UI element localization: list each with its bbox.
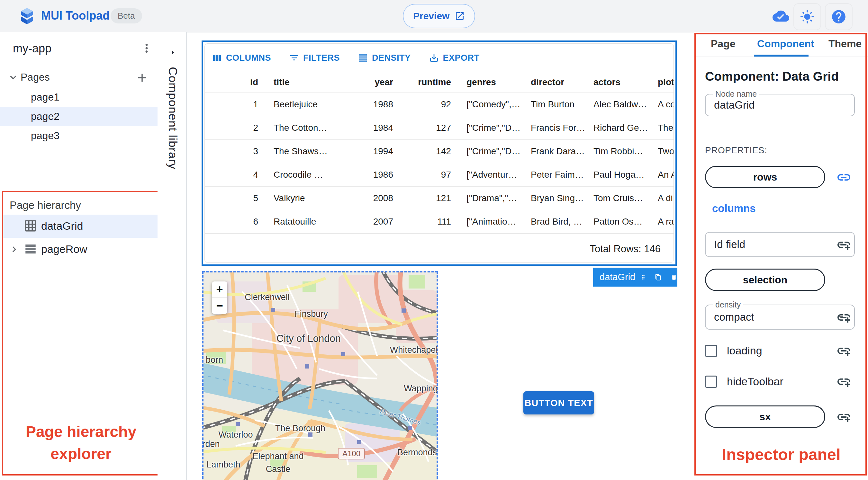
grid-row[interactable]: 2The Cotton…1984127["Crime","D…Francis F…: [205, 116, 674, 140]
canvas-button-component[interactable]: BUTTON TEXT: [523, 391, 594, 414]
grid-cell-title[interactable]: Ratatouille: [266, 217, 332, 227]
map-zoom-out-button[interactable]: −: [212, 297, 227, 314]
grid-cell-title[interactable]: Valkyrie: [266, 193, 332, 203]
grid-cell-actors[interactable]: Tom Cruis…: [586, 193, 650, 203]
component-library-panel[interactable]: Component library: [157, 32, 187, 480]
grid-cell-actors[interactable]: Richard Ge…: [586, 123, 650, 133]
pages-section-header[interactable]: Pages: [0, 67, 157, 87]
sx-binding-button[interactable]: [836, 409, 852, 425]
grid-column-header-id[interactable]: id: [205, 77, 266, 87]
datagrid-selection-chip[interactable]: dataGrid: [593, 268, 677, 287]
grid-column-header-actors[interactable]: actors: [586, 77, 650, 87]
grid-cell-year[interactable]: 2008: [332, 193, 401, 203]
grid-cell-genres[interactable]: ["Crime","D…: [459, 123, 523, 133]
drag-indicator-icon[interactable]: [640, 272, 647, 283]
grid-column-header-title[interactable]: title: [266, 77, 332, 87]
grid-cell-id[interactable]: 5: [205, 193, 266, 203]
help-button[interactable]: [825, 3, 852, 30]
loading-checkbox[interactable]: [705, 345, 717, 357]
sidebar-item-page1[interactable]: page1: [0, 87, 157, 107]
grid-cell-year[interactable]: 1988: [332, 99, 401, 109]
grid-cell-director[interactable]: Tim Burton: [523, 99, 586, 109]
grid-cell-plot[interactable]: An A: [650, 170, 674, 180]
grid-cell-runtime[interactable]: 142: [401, 146, 459, 157]
grid-column-header-genres[interactable]: genres: [459, 77, 523, 87]
grid-cell-genres[interactable]: ["Crime","D…: [459, 146, 523, 157]
grid-cell-director[interactable]: Bryan Sing…: [523, 193, 586, 203]
grid-row[interactable]: 1Beetlejuice198892["Comedy",…Tim BurtonA…: [205, 93, 674, 116]
grid-cell-actors[interactable]: Patton Os…: [586, 217, 650, 227]
rows-binding-button[interactable]: [836, 169, 852, 186]
hierarchy-item-datagrid[interactable]: dataGrid: [3, 215, 159, 238]
delete-icon[interactable]: [671, 272, 677, 283]
columns-button[interactable]: COLUMNS: [212, 53, 271, 63]
sync-status-button[interactable]: [768, 3, 794, 29]
grid-cell-title[interactable]: Crocodile …: [266, 170, 332, 180]
grid-cell-year[interactable]: 2007: [332, 217, 401, 227]
theme-toggle-button[interactable]: [794, 3, 821, 30]
grid-cell-runtime[interactable]: 111: [401, 217, 459, 227]
grid-cell-id[interactable]: 4: [205, 170, 266, 180]
tab-component[interactable]: Component: [757, 38, 814, 50]
grid-cell-title[interactable]: The Cotton…: [266, 123, 332, 133]
grid-column-header-runtime[interactable]: runtime: [401, 77, 459, 87]
grid-cell-runtime[interactable]: 92: [401, 99, 459, 109]
selection-property-button[interactable]: selection: [705, 268, 825, 291]
density-binding-button[interactable]: [836, 309, 852, 326]
loading-binding-button[interactable]: [836, 343, 852, 359]
grid-cell-director[interactable]: Peter Faim…: [523, 170, 586, 180]
rows-property-button[interactable]: rows: [705, 166, 825, 188]
filters-button[interactable]: FILTERS: [289, 53, 340, 63]
grid-cell-plot[interactable]: The: [650, 123, 674, 133]
tab-page[interactable]: Page: [711, 38, 735, 50]
grid-cell-id[interactable]: 6: [205, 217, 266, 227]
grid-cell-id[interactable]: 2: [205, 123, 266, 133]
grid-cell-plot[interactable]: A ra: [650, 217, 674, 227]
grid-cell-director[interactable]: Francis For…: [523, 123, 586, 133]
grid-cell-year[interactable]: 1986: [332, 170, 401, 180]
columns-property-link[interactable]: columns: [712, 202, 756, 215]
grid-cell-year[interactable]: 1994: [332, 146, 401, 157]
grid-cell-runtime[interactable]: 127: [401, 123, 459, 133]
grid-cell-id[interactable]: 1: [205, 99, 266, 109]
id-field-binding-button[interactable]: [836, 236, 852, 253]
sidebar-item-page3[interactable]: page3: [0, 126, 157, 145]
sidebar-item-page2[interactable]: page2: [0, 107, 157, 126]
grid-cell-director[interactable]: Brad Bird, …: [523, 217, 586, 227]
grid-cell-director[interactable]: Frank Dara…: [523, 146, 586, 157]
sx-property-button[interactable]: sx: [705, 406, 825, 428]
grid-cell-id[interactable]: 3: [205, 146, 266, 157]
map-component[interactable]: + − A100 ClerkenwellFinsburyCity of Lond…: [202, 271, 438, 480]
grid-cell-year[interactable]: 1984: [332, 123, 401, 133]
hidetoolbar-binding-button[interactable]: [836, 373, 852, 390]
hierarchy-item-pagerow[interactable]: pageRow: [3, 238, 159, 261]
tab-theme[interactable]: Theme: [829, 38, 862, 50]
grid-cell-plot[interactable]: Two: [650, 146, 674, 157]
duplicate-icon[interactable]: [655, 272, 661, 283]
grid-row[interactable]: 4Crocodile …198697["Adventur…Peter Faim……: [205, 163, 674, 187]
density-button[interactable]: DENSITY: [358, 53, 411, 63]
grid-cell-runtime[interactable]: 97: [401, 170, 459, 180]
grid-cell-title[interactable]: The Shaws…: [266, 146, 332, 157]
export-button[interactable]: EXPORT: [429, 53, 479, 63]
density-select[interactable]: density compact: [705, 305, 855, 330]
preview-button[interactable]: Preview: [403, 4, 475, 28]
id-field-select[interactable]: Id field: [705, 232, 855, 257]
grid-cell-actors[interactable]: Tim Robbi…: [586, 146, 650, 157]
grid-row[interactable]: 6Ratatouille2007111["Animatio…Brad Bird,…: [205, 210, 674, 233]
grid-row[interactable]: 5Valkyrie2008121["Drama","…Bryan Sing…To…: [205, 187, 674, 210]
grid-cell-plot[interactable]: A co: [650, 99, 674, 109]
map-zoom-in-button[interactable]: +: [212, 282, 227, 297]
datagrid-component[interactable]: COLUMNS FILTERS DENSITY: [202, 40, 677, 266]
grid-cell-actors[interactable]: Paul Hoga…: [586, 170, 650, 180]
node-name-field[interactable]: Node name dataGrid: [705, 94, 855, 116]
add-page-button[interactable]: [134, 70, 150, 86]
grid-cell-title[interactable]: Beetlejuice: [266, 99, 332, 109]
grid-column-header-plot[interactable]: plot: [650, 77, 674, 87]
grid-cell-actors[interactable]: Alec Baldw…: [586, 99, 650, 109]
app-menu-button[interactable]: [139, 40, 154, 56]
grid-cell-runtime[interactable]: 121: [401, 193, 459, 203]
grid-row[interactable]: 3The Shaws…1994142["Crime","D…Frank Dara…: [205, 140, 674, 163]
grid-cell-genres[interactable]: ["Comedy",…: [459, 99, 523, 109]
grid-column-header-director[interactable]: director: [523, 77, 586, 87]
